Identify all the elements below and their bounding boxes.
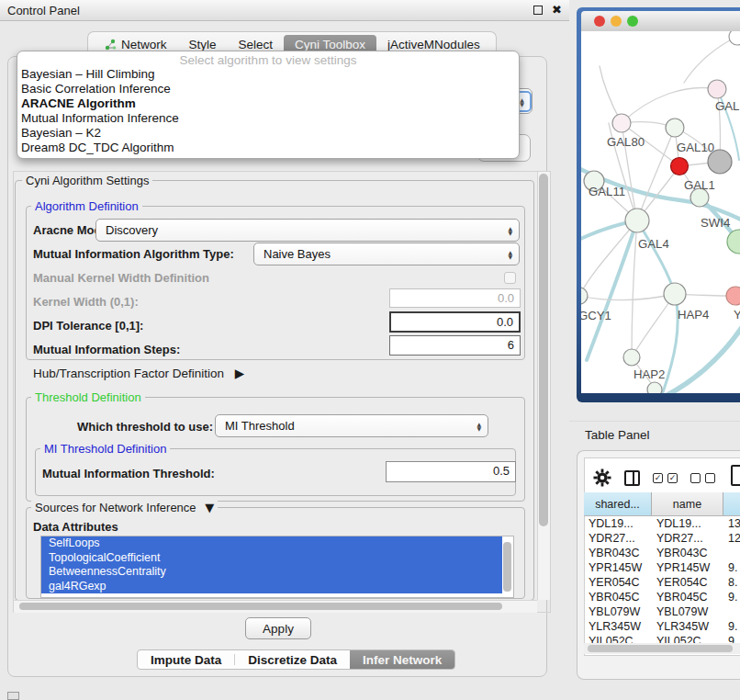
table-cell: YDL19... [584,516,652,531]
dropdown-item[interactable]: Dream8 DC_TDC Algorithm [17,141,519,155]
mi-threshold-input[interactable]: 0.5 [386,461,516,482]
network-node[interactable] [708,80,726,98]
bottom-tab-impute-data[interactable]: Impute Data [138,650,234,669]
bottom-tab-discretize-data[interactable]: Discretize Data [235,650,350,669]
which-threshold-select[interactable]: MI Threshold ▲▼ [215,414,488,437]
column-header-a[interactable]: A [723,492,740,515]
table-cell: YLR345W [652,619,723,634]
column-header-name[interactable]: name [652,492,723,515]
attribute-list-item[interactable]: BetweennessCentrality [41,565,502,580]
table-panel-titlebar: Table Panel [569,421,740,448]
network-edge[interactable] [581,294,675,300]
table-row[interactable]: YER054CYER054C8. [584,575,740,590]
sources-legend-label: Sources for Network Inference [35,501,196,514]
network-node[interactable] [647,382,662,393]
mi-steps-label: Mutual Information Steps: [33,343,180,356]
tab-label: Style [189,38,217,51]
network-edge[interactable] [622,88,717,123]
network-edge[interactable] [664,323,740,393]
zoom-traffic-light[interactable] [627,16,638,27]
table-cell: 13 [723,516,740,531]
which-threshold-label: Which threshold to use: [77,420,213,434]
manual-kernel-checkbox[interactable] [504,272,516,284]
network-node[interactable] [625,209,649,232]
network-edge[interactable] [632,220,637,357]
aracne-mode-select[interactable]: Discovery ▲▼ [95,219,520,242]
network-node[interactable] [664,283,686,305]
dropdown-item[interactable]: Basic Correlation Inference [17,82,519,96]
table-cell: YDR27... [652,531,723,546]
select-all-checks-icon[interactable]: ✓ ✓ [653,473,678,483]
network-edge[interactable] [684,37,737,83]
dropdown-item[interactable]: Mutual Information Inference [17,111,519,126]
table-cell: YBR045C [584,590,652,604]
node-label: SWI4 [701,216,730,230]
close-traffic-light[interactable] [594,16,605,27]
network-node[interactable] [727,230,740,254]
network-node[interactable] [726,287,740,305]
manual-kernel-label: Manual Kernel Width Definition [33,271,209,285]
apply-button[interactable]: Apply [245,617,311,639]
mi-type-label: Mutual Information Algorithm Type: [33,247,234,261]
table-row[interactable]: YDR27...YDR27...12 [584,531,740,546]
table-row[interactable]: YBL079WYBL079W [584,604,740,619]
algorithm-definition-legend: Algorithm Definition [31,199,142,213]
document-icon[interactable] [731,465,740,486]
vertical-scrollbar-thumb[interactable] [539,174,548,526]
kernel-width-input[interactable]: 0.0 [389,288,521,308]
table-row[interactable]: YLR345WYLR345W9. [584,619,740,634]
network-icon [105,39,117,51]
mi-type-select[interactable]: Naive Bayes ▲▼ [253,243,520,265]
node-label: HAP4 [678,308,709,322]
dropdown-item[interactable]: Bayesian – K2 [17,126,519,141]
network-node[interactable] [729,31,740,45]
network-edge[interactable] [581,220,637,296]
bottom-tab-infer-network[interactable]: Infer Network [350,650,454,669]
float-window-icon[interactable] [533,6,543,15]
mi-threshold-label: Mutual Information Threshold: [42,467,215,480]
network-edge[interactable] [587,220,637,360]
columns-icon[interactable] [624,470,640,486]
column-header-shared[interactable]: shared... [584,492,652,515]
network-node[interactable] [612,114,631,132]
table-row[interactable]: YIL052CYIL052C9 [584,634,740,643]
table-hscrollbar-thumb[interactable] [588,645,733,652]
network-node[interactable] [666,119,684,137]
attributes-scrollbar-thumb[interactable] [503,542,511,592]
network-node[interactable] [581,288,588,304]
dpi-tolerance-input[interactable]: 0.0 [389,311,521,333]
mi-type-value: Naive Bayes [263,247,331,261]
minimize-traffic-light[interactable] [611,16,622,27]
kernel-width-label: Kernel Width (0,1): [33,295,139,309]
table-cell: YPR145W [584,560,652,575]
deselect-all-checks-icon[interactable] [690,473,715,483]
network-view-canvas[interactable]: GALGAL80GAL10GAL1GAL11SWI4GAL4GCY1HAP4YH… [581,31,740,393]
table-cell: YBR045C [652,590,723,604]
attribute-list-item[interactable]: TopologicalCoefficient [41,551,502,566]
table-row[interactable]: YPR145WYPR145W9. [584,560,740,575]
table-row[interactable]: YDL19...YDL19...13 [584,516,740,531]
table-row[interactable]: YBR045CYBR045C9. [584,590,740,604]
data-attributes-label: Data Attributes [33,520,118,534]
dropdown-item[interactable]: ARACNE Algorithm [17,96,519,111]
table-row[interactable]: YBR043CYBR043C [584,546,740,560]
dropdown-item[interactable]: Bayesian – Hill Climbing [17,67,519,82]
collapse-down-icon: ▼ [205,501,214,514]
attribute-list-item[interactable]: SelfLoops [41,536,502,551]
horizontal-scrollbar-thumb[interactable] [19,603,502,610]
tab-label: Select [239,38,274,51]
network-graph: GALGAL80GAL10GAL1GAL11SWI4GAL4GCY1HAP4YH… [581,31,740,393]
cyni-bottom-tabs: Impute DataDiscretize DataInfer Network [137,649,455,670]
table-cell: YPR145W [652,560,723,575]
table-cell: YLR345W [584,619,652,634]
attribute-list-item[interactable]: gal4RGexp [41,580,502,594]
data-attributes-list[interactable]: SelfLoopsTopologicalCoefficientBetweenne… [40,536,514,598]
stepper-down-icon: ▼ [520,102,524,107]
mi-steps-input[interactable]: 6 [389,335,521,356]
network-node[interactable] [671,158,689,175]
sources-legend[interactable]: Sources for Network Inference ▼ [31,501,218,514]
close-icon[interactable]: ✖ [552,6,562,15]
network-node[interactable] [623,349,640,366]
hub-definition-expander[interactable]: Hub/Transcription Factor Definition ▶ [33,366,244,380]
gear-icon[interactable] [593,469,611,487]
